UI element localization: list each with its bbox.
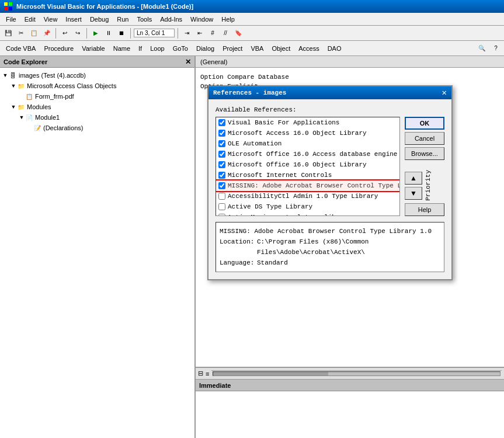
svg-rect-0: [4, 2, 8, 6]
cancel-button[interactable]: Cancel: [405, 132, 444, 145]
expand-modules[interactable]: ▼: [11, 104, 16, 110]
tb-sep3: [130, 28, 131, 39]
folder-icon: 📁: [16, 81, 26, 91]
db-icon: 🗄: [8, 71, 18, 80]
bottom-area: ⊟ ≡ Immediate: [196, 367, 504, 438]
ok-button[interactable]: OK: [405, 117, 444, 130]
ref-access-db[interactable]: Microsoft Office 16.0 Access database en…: [216, 149, 399, 159]
expand-module1[interactable]: ▼: [19, 114, 25, 120]
menu-edit[interactable]: Edit: [21, 15, 39, 24]
declaration-icon: 📝: [33, 123, 42, 133]
tb-pause-btn[interactable]: ⏸: [103, 27, 114, 39]
priority-up-btn[interactable]: ▲: [405, 172, 422, 185]
ref-acrobat-missing[interactable]: MISSING: Adobe Acrobat Browser Control T…: [216, 180, 399, 191]
ref-access16[interactable]: Microsoft Access 16.0 Object Library: [216, 128, 399, 138]
tree-node-root[interactable]: ▼ 🗄 images (Test (4).accdb): [2, 70, 192, 81]
tree-node-declarations[interactable]: ▶ 📝 (Declarations): [2, 123, 192, 133]
ref-vba-checkbox[interactable]: [218, 119, 225, 126]
ref-vba[interactable]: Visual Basic For Applications: [216, 117, 399, 128]
horizontal-scrollbar[interactable]: [211, 370, 502, 377]
menu-debug[interactable]: Debug: [86, 15, 112, 24]
tb-cut-btn[interactable]: ✂: [15, 27, 27, 39]
dialog-close-btn[interactable]: ✕: [442, 89, 447, 97]
tb-indent-btn[interactable]: ⇥: [181, 27, 193, 39]
menu-view[interactable]: View: [40, 15, 61, 24]
ref-internet[interactable]: Microsoft Internet Controls: [216, 170, 399, 180]
ref-ole-checkbox[interactable]: [218, 140, 225, 147]
ref-access16-checkbox[interactable]: [218, 130, 225, 137]
tree-label-form: Form_frm-pdf: [35, 93, 74, 100]
menu-window[interactable]: Window: [187, 15, 217, 24]
scroll-thumb: [213, 372, 328, 376]
info-location-label: Location:: [220, 237, 255, 258]
bottom-icon2[interactable]: ≡: [206, 370, 209, 377]
tb2-search-btn[interactable]: 🔍: [476, 43, 488, 54]
tb2-dao[interactable]: DAO: [324, 44, 345, 53]
tb-save-btn[interactable]: 💾: [2, 27, 14, 39]
immediate-panel: Immediate: [196, 380, 504, 438]
tb-run-btn[interactable]: ▶: [90, 27, 102, 39]
ref-activemovie-checkbox[interactable]: [218, 214, 225, 216]
code-editor[interactable]: Option Compare Database Option Explicit …: [196, 68, 504, 367]
menu-addins[interactable]: Add-Ins: [157, 15, 186, 24]
ref-accessibility-checkbox[interactable]: [218, 193, 225, 200]
tb2-question-btn[interactable]: ?: [490, 43, 502, 54]
tb-bookmarks-btn[interactable]: 🔖: [232, 27, 244, 39]
browse-button[interactable]: Browse...: [405, 147, 444, 160]
tb-undo-btn[interactable]: ↩: [59, 27, 71, 39]
ref-activemovie[interactable]: ActiveMovie control type library: [216, 212, 399, 216]
menu-tools[interactable]: Tools: [133, 15, 155, 24]
ref-office16[interactable]: Microsoft Office 16.0 Object Library: [216, 159, 399, 170]
tb-outdent-btn[interactable]: ⇤: [194, 27, 206, 39]
tb2-procedure[interactable]: Procedure: [40, 44, 77, 53]
ref-ole[interactable]: OLE Automation: [216, 138, 399, 149]
code-explorer-close[interactable]: ✕: [185, 58, 191, 65]
cursor-position: Ln 3, Col 1: [134, 29, 175, 37]
tb-stop-btn[interactable]: ⏹: [116, 27, 127, 39]
code-explorer-tree[interactable]: ▼ 🗄 images (Test (4).accdb) ▼ 📁 Microsof…: [0, 68, 194, 438]
tb-uncomment-btn[interactable]: //: [220, 27, 231, 39]
priority-down-btn[interactable]: ▼: [405, 187, 422, 200]
ref-internet-checkbox[interactable]: [218, 172, 225, 179]
refs-list[interactable]: Visual Basic For Applications Microsoft …: [215, 117, 400, 216]
tree-label-access-objects: Microsoft Access Class Objects: [27, 82, 116, 89]
tb2-dialog[interactable]: Dialog: [193, 44, 218, 53]
tb-paste-btn[interactable]: 📌: [41, 27, 53, 39]
ref-office16-checkbox[interactable]: [218, 161, 225, 168]
tb2-object[interactable]: Object: [268, 44, 294, 53]
tb2-vba[interactable]: VBA: [247, 44, 267, 53]
tree-node-modules[interactable]: ▼ 📁 Modules: [2, 102, 192, 112]
tb2-goto[interactable]: GoTo: [169, 44, 192, 53]
ref-active-ds-checkbox[interactable]: [218, 203, 225, 210]
tb-redo-btn[interactable]: ↪: [72, 27, 84, 39]
expand-root[interactable]: ▼: [2, 72, 8, 78]
title-bar: Microsoft Visual Basic for Applications …: [0, 0, 504, 13]
help-button[interactable]: Help: [405, 203, 444, 216]
tb2-variable[interactable]: Variable: [78, 44, 109, 53]
menu-insert[interactable]: Insert: [62, 15, 85, 24]
tb2-project[interactable]: Project: [219, 44, 246, 53]
form-icon: 📋: [25, 92, 34, 101]
tb2-name[interactable]: Name: [110, 44, 134, 53]
tb-copy-btn[interactable]: 📋: [28, 27, 40, 39]
expand-access-objects[interactable]: ▼: [11, 83, 16, 89]
tree-node-access-objects[interactable]: ▼ 📁 Microsoft Access Class Objects: [2, 81, 192, 91]
ref-access-db-checkbox[interactable]: [218, 151, 225, 158]
ref-accessibility[interactable]: AccessibilityCtl Admin 1.0 Type Library: [216, 191, 399, 201]
tb2-loop[interactable]: Loop: [147, 44, 168, 53]
tree-label-modules: Modules: [27, 103, 51, 110]
menu-file[interactable]: File: [2, 15, 20, 24]
menu-help[interactable]: Help: [218, 15, 238, 24]
tree-label-root: images (Test (4).accdb): [19, 72, 86, 79]
tb-comment-btn[interactable]: #: [207, 27, 218, 39]
tb2-codevba[interactable]: Code VBA: [2, 44, 39, 53]
immediate-content[interactable]: [196, 391, 504, 438]
tree-node-form[interactable]: ▶ 📋 Form_frm-pdf: [2, 91, 192, 102]
ref-acrobat-checkbox[interactable]: [218, 182, 225, 189]
tb2-if[interactable]: If: [135, 44, 145, 53]
menu-run[interactable]: Run: [113, 15, 132, 24]
tb2-access[interactable]: Access: [295, 44, 322, 53]
bottom-icon1[interactable]: ⊟: [198, 370, 203, 377]
ref-active-ds[interactable]: Active DS Type Library: [216, 201, 399, 212]
tree-node-module1[interactable]: ▼ 📄 Module1: [2, 112, 192, 123]
